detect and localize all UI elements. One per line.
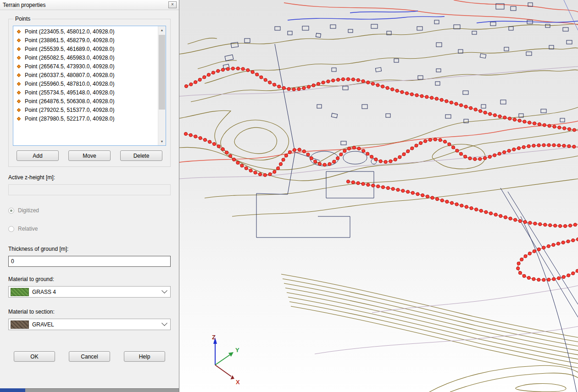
digitized-point[interactable] (488, 155, 491, 158)
digitized-point[interactable] (528, 221, 532, 224)
digitized-point[interactable] (460, 204, 463, 207)
digitized-point[interactable] (184, 84, 188, 88)
digitized-point[interactable] (434, 138, 437, 141)
digitized-point[interactable] (558, 126, 561, 129)
digitized-point[interactable] (322, 81, 325, 84)
digitized-point[interactable] (556, 242, 560, 245)
digitized-point[interactable] (351, 181, 355, 184)
digitized-point[interactable] (278, 85, 281, 88)
digitized-point[interactable] (212, 143, 216, 146)
digitized-point[interactable] (435, 97, 438, 100)
digitized-point[interactable] (464, 105, 467, 108)
digitized-point[interactable] (381, 186, 384, 189)
close-button[interactable]: × (168, 1, 177, 8)
digitized-point[interactable] (504, 215, 507, 219)
digitized-point[interactable] (318, 162, 321, 166)
thickness-input[interactable] (8, 256, 171, 267)
digitized-point[interactable] (428, 138, 432, 141)
digitized-point[interactable] (415, 144, 418, 147)
digitized-point[interactable] (343, 149, 346, 153)
digitized-point[interactable] (245, 166, 248, 170)
digitized-point[interactable] (367, 81, 370, 84)
digitized-point[interactable] (256, 73, 259, 76)
digitized-point[interactable] (470, 207, 473, 210)
digitized-point[interactable] (537, 248, 540, 251)
digitized-point[interactable] (297, 88, 300, 91)
digitized-point[interactable] (443, 140, 446, 143)
digitized-point[interactable] (231, 67, 234, 70)
digitized-point[interactable] (564, 225, 567, 228)
digitized-point[interactable] (478, 157, 482, 160)
digitized-point[interactable] (524, 254, 527, 258)
digitized-point[interactable] (312, 84, 315, 87)
digitized-point[interactable] (389, 160, 392, 163)
digitized-point[interactable] (474, 108, 477, 111)
digitized-point[interactable] (554, 224, 557, 227)
digitized-point[interactable] (543, 123, 546, 127)
digitized-point[interactable] (459, 152, 462, 155)
digitized-point[interactable] (547, 278, 550, 281)
point-item[interactable]: Point (223405.5, 458012.0, 40928.0) (13, 27, 158, 36)
digitized-point[interactable] (406, 190, 410, 193)
digitized-point[interactable] (317, 82, 320, 85)
digitized-point[interactable] (415, 94, 418, 97)
digitized-point[interactable] (339, 153, 343, 156)
digitized-point[interactable] (367, 183, 370, 186)
digitized-point[interactable] (314, 160, 317, 163)
digitized-point[interactable] (533, 122, 536, 125)
digitized-point[interactable] (352, 146, 356, 149)
digitized-point[interactable] (357, 147, 361, 150)
ok-button[interactable]: OK (14, 351, 55, 362)
digitized-point[interactable] (508, 117, 511, 120)
digitized-point[interactable] (288, 150, 291, 154)
digitized-point[interactable] (475, 208, 478, 211)
digitized-point[interactable] (518, 119, 521, 122)
digitized-point[interactable] (221, 68, 224, 72)
digitized-point[interactable] (328, 162, 331, 166)
digitized-point[interactable] (346, 180, 350, 183)
digitized-point[interactable] (576, 237, 578, 241)
digitized-point[interactable] (336, 157, 339, 160)
digitized-point[interactable] (203, 138, 206, 142)
digitized-point[interactable] (277, 167, 280, 170)
dialog-titlebar[interactable]: Terrain properties × (0, 0, 179, 10)
move-button[interactable]: Move (68, 150, 111, 161)
digitized-point[interactable] (236, 67, 239, 70)
digitized-point[interactable] (522, 145, 525, 149)
digitized-point[interactable] (199, 137, 202, 140)
digitized-point[interactable] (563, 127, 566, 130)
digitized-point[interactable] (522, 274, 526, 277)
digitized-point[interactable] (260, 76, 263, 79)
digitized-point[interactable] (498, 115, 501, 118)
digitized-point[interactable] (450, 101, 453, 104)
point-item[interactable]: Point (264876.5, 506308.0, 40928.0) (13, 97, 158, 105)
digitized-point[interactable] (323, 163, 326, 166)
delete-button[interactable]: Delete (120, 150, 162, 161)
digitized-point[interactable] (533, 249, 536, 253)
digitized-point[interactable] (499, 215, 502, 218)
digitized-point[interactable] (445, 200, 449, 203)
digitized-point[interactable] (302, 150, 306, 153)
point-item[interactable]: Point (255539.5, 461689.0, 40928.0) (13, 44, 158, 53)
digitized-point[interactable] (431, 196, 434, 199)
digitized-point[interactable] (211, 71, 215, 74)
digitized-point[interactable] (518, 271, 522, 275)
digitized-point[interactable] (332, 79, 335, 82)
digitized-point[interactable] (473, 157, 477, 160)
point-item[interactable]: Point (255960.5, 487810.0, 40928.0) (13, 79, 158, 88)
point-item[interactable]: Point (279202.5, 515377.0, 40928.0) (13, 105, 158, 114)
digitized-point[interactable] (430, 96, 434, 99)
digitized-point[interactable] (268, 172, 272, 176)
digitized-point[interactable] (517, 267, 520, 270)
digitized-point[interactable] (573, 223, 577, 226)
digitized-point[interactable] (419, 142, 422, 145)
digitized-point[interactable] (372, 184, 375, 187)
digitized-point[interactable] (548, 124, 551, 127)
digitized-point[interactable] (194, 81, 197, 84)
digitized-point[interactable] (553, 125, 556, 128)
digitized-point[interactable] (405, 92, 408, 95)
digitized-point[interactable] (207, 73, 210, 77)
digitized-point[interactable] (198, 78, 201, 81)
digitized-point[interactable] (484, 156, 487, 160)
digitized-point[interactable] (194, 135, 197, 138)
